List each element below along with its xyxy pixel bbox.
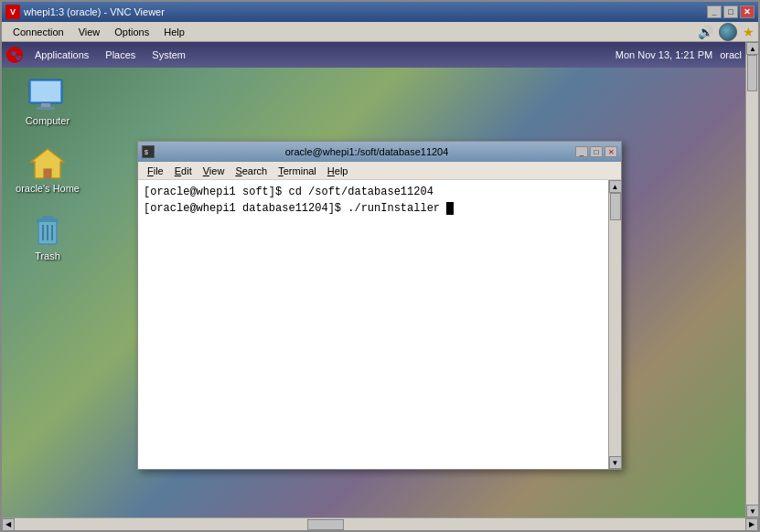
- terminal-line-2: [oracle@whepi1 database11204]$ ./runInst…: [144, 200, 603, 217]
- taskbar-user: oracl: [720, 49, 742, 60]
- vnc-hscroll-track: [15, 518, 745, 531]
- terminal-controls: _ □ ✕: [575, 146, 617, 157]
- terminal-title: oracle@whepi1:/soft/database11204: [158, 146, 575, 157]
- svg-text:$: $: [145, 149, 148, 155]
- desktop-row: 🐾 Applications Places System Mon Nov 13,…: [2, 42, 758, 517]
- terminal-scrollbar: ▲ ▼: [608, 180, 621, 469]
- desktop: 🐾 Applications Places System Mon Nov 13,…: [2, 42, 745, 517]
- vnc-menu-view[interactable]: View: [71, 25, 108, 39]
- taskbar-apps: 🐾 Applications Places System: [5, 46, 193, 64]
- home-icon-img: [26, 144, 70, 181]
- terminal-maximize-button[interactable]: □: [590, 146, 603, 157]
- terminal-menu-view[interactable]: View: [198, 165, 230, 177]
- vnc-horizontal-scrollbar: ◀ ▶: [2, 517, 758, 530]
- terminal-minimize-button[interactable]: _: [575, 146, 588, 157]
- computer-icon-img: [26, 77, 70, 113]
- vnc-viewer-window: V whepi1:3 (oracle) - VNC Viewer _ □ ✕ C…: [0, 0, 760, 532]
- trash-icon[interactable]: Trash: [16, 212, 80, 261]
- terminal-line-1: [oracle@whepi1 soft]$ cd /soft/database1…: [144, 184, 603, 200]
- svg-rect-10: [42, 216, 53, 219]
- vnc-hscroll-thumb[interactable]: [307, 519, 344, 530]
- terminal-cursor: [446, 202, 454, 215]
- trash-icon-img: [26, 212, 70, 249]
- terminal-scroll-up-button[interactable]: ▲: [609, 180, 622, 193]
- vnc-titlebar: V whepi1:3 (oracle) - VNC Viewer _ □ ✕: [2, 2, 758, 22]
- vnc-logo-icon: V: [5, 5, 20, 19]
- terminal-window: $ oracle@whepi1:/soft/database11204 _ □ …: [137, 141, 622, 470]
- taskbar-right: Mon Nov 13, 1:21 PM oracl: [615, 49, 742, 60]
- terminal-icon: $: [142, 145, 155, 158]
- vnc-title-text: whepi1:3 (oracle) - VNC Viewer: [24, 6, 707, 17]
- svg-rect-4: [41, 103, 50, 107]
- terminal-menu-help[interactable]: Help: [322, 165, 354, 177]
- vnc-menu-help[interactable]: Help: [156, 25, 192, 39]
- svg-rect-7: [44, 169, 51, 178]
- vnc-vscroll-track: [746, 55, 758, 505]
- vnc-scroll-right-button[interactable]: ▶: [745, 518, 758, 531]
- desktop-container: 🐾 Applications Places System Mon Nov 13,…: [2, 42, 758, 530]
- vnc-maximize-button[interactable]: □: [723, 5, 738, 18]
- vnc-scroll-left-button[interactable]: ◀: [2, 518, 15, 531]
- vnc-minimize-button[interactable]: _: [707, 5, 722, 18]
- gnome-taskbar: 🐾 Applications Places System Mon Nov 13,…: [2, 42, 745, 68]
- system-menu[interactable]: System: [145, 48, 193, 62]
- vnc-menu-connection[interactable]: Connection: [5, 25, 71, 39]
- terminal-menu-file[interactable]: File: [142, 165, 169, 177]
- svg-text:🐾: 🐾: [10, 49, 22, 61]
- places-menu[interactable]: Places: [98, 48, 143, 62]
- applications-menu[interactable]: Applications: [27, 48, 96, 62]
- taskbar-time: Mon Nov 13, 1:21 PM: [615, 49, 712, 60]
- trash-icon-label: Trash: [35, 250, 60, 261]
- terminal-body: [oracle@whepi1 soft]$ cd /soft/database1…: [138, 180, 621, 469]
- home-icon-label: oracle's Home: [16, 183, 80, 194]
- terminal-menubar: File Edit View Search Terminal Help: [138, 162, 621, 180]
- terminal-scroll-down-button[interactable]: ▼: [609, 456, 622, 469]
- terminal-scroll-thumb[interactable]: [610, 193, 621, 220]
- gnome-icon: 🐾: [5, 46, 24, 64]
- vnc-vscroll-thumb[interactable]: [747, 55, 757, 91]
- terminal-scroll-track: [609, 193, 622, 456]
- computer-icon-label: Computer: [26, 115, 70, 126]
- terminal-close-button[interactable]: ✕: [605, 146, 617, 157]
- home-icon[interactable]: oracle's Home: [16, 144, 80, 194]
- terminal-menu-search[interactable]: Search: [230, 165, 273, 177]
- vnc-scroll-up-button[interactable]: ▲: [746, 42, 758, 55]
- computer-icon[interactable]: Computer: [16, 77, 80, 126]
- network-icon: [719, 23, 737, 41]
- vnc-menu-options[interactable]: Options: [107, 25, 156, 39]
- terminal-menu-terminal[interactable]: Terminal: [273, 165, 322, 177]
- vnc-close-button[interactable]: ✕: [740, 5, 755, 18]
- vnc-menubar: Connection View Options Help 🔊 ★: [2, 22, 758, 42]
- terminal-menu-edit[interactable]: Edit: [169, 165, 198, 177]
- star-icon: ★: [743, 25, 755, 39]
- vnc-window-controls: _ □ ✕: [707, 5, 755, 18]
- svg-rect-5: [37, 107, 55, 110]
- desktop-icons: Computer oracle's Home: [16, 77, 80, 261]
- vnc-vertical-scrollbar: ▲ ▼: [745, 42, 758, 517]
- svg-rect-3: [31, 81, 60, 101]
- terminal-titlebar: $ oracle@whepi1:/soft/database11204 _ □ …: [138, 142, 621, 162]
- volume-icon: 🔊: [698, 25, 713, 39]
- vnc-scroll-down-button[interactable]: ▼: [746, 505, 758, 517]
- terminal-content[interactable]: [oracle@whepi1 soft]$ cd /soft/database1…: [138, 180, 608, 469]
